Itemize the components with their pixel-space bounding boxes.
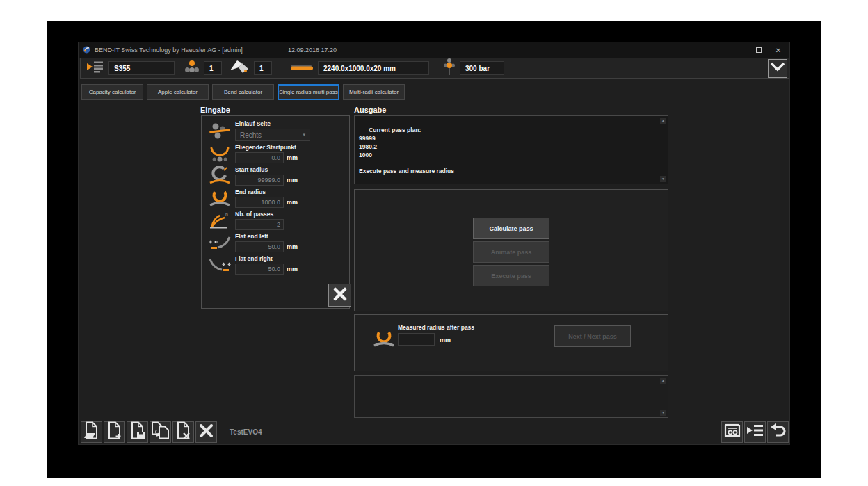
plate-icon	[290, 62, 314, 74]
einlauf-seite-icon	[204, 120, 235, 141]
measured-radius-unit: mm	[440, 337, 451, 343]
flat-end-left-icon	[204, 233, 235, 252]
animate-pass-button[interactable]: Animate pass	[473, 241, 549, 263]
close-window-button[interactable]: ✕	[774, 47, 782, 54]
scroll-down-arrow[interactable]: ▼	[660, 410, 666, 416]
start-radius-input[interactable]	[235, 175, 284, 186]
open-file-button[interactable]	[81, 421, 102, 443]
fliegender-startpunkt-input[interactable]	[235, 152, 284, 163]
plate-dimensions-field[interactable]: 2240.0x1000.0x20 mm	[318, 61, 429, 75]
scroll-up-arrow[interactable]: ▲	[660, 378, 666, 384]
field-label: Start radius	[235, 166, 344, 173]
form-row-einlauf-seite: Einlauf Seite Rechts ▾	[202, 120, 349, 143]
form-row-fliegender-startpunkt: Fliegender Startpunkt mm	[202, 143, 349, 165]
svg-text:n: n	[225, 212, 228, 217]
pass-list-icon	[746, 423, 764, 440]
tab-capacity-calculator[interactable]: Capacity calculator	[81, 84, 143, 100]
screen-background: BEND-IT Swiss Technology by Haeusler AG …	[47, 21, 821, 478]
tab-single-radius-multi-pass[interactable]: Single radius multi pass	[278, 84, 339, 100]
part-count-field[interactable]: 1	[254, 61, 272, 75]
field-label: Flat end right	[235, 255, 344, 262]
save-file-button[interactable]	[127, 421, 148, 443]
close-project-button[interactable]	[195, 421, 217, 443]
pass-actions-panel: Calculate pass Animate pass Execute pass	[354, 189, 668, 311]
einlauf-seite-select[interactable]: Rechts ▾	[235, 129, 310, 141]
scroll-up-arrow[interactable]: ▲	[660, 118, 666, 124]
material-field[interactable]: S355	[108, 61, 175, 75]
undo-icon	[770, 423, 786, 441]
bent-sheet-icon	[229, 59, 250, 77]
maximize-button[interactable]	[755, 47, 763, 54]
bottom-toolbar: TestEVO4	[81, 421, 789, 443]
eingabe-heading: Eingabe	[200, 106, 230, 114]
status-toolbar: S355 1 1 2240.0x1000.0x20 mm	[80, 58, 789, 79]
flat-end-left-input[interactable]	[235, 241, 284, 252]
measured-radius-icon	[373, 329, 395, 350]
pressure-field[interactable]: 300 bar	[460, 61, 504, 75]
scroll-down-arrow[interactable]: ▼	[660, 176, 666, 182]
form-row-flat-end-left: Flat end left mm	[202, 232, 349, 254]
undo-button[interactable]	[767, 421, 789, 443]
unit-label: mm	[287, 154, 298, 161]
pass-list-icon	[86, 60, 104, 76]
execute-pass-button[interactable]: Execute pass	[473, 265, 549, 286]
pass-plan-output[interactable]: Current pass plan: 99999 1980.2 1000 Exe…	[354, 115, 668, 184]
pressure-icon	[443, 58, 456, 79]
copy-file-button[interactable]	[150, 421, 171, 443]
machine-view-button[interactable]	[721, 421, 743, 443]
measured-radius-input[interactable]	[398, 333, 435, 346]
flat-end-right-input[interactable]	[235, 264, 284, 275]
app-window: BEND-IT Swiss Technology by Haeusler AG …	[78, 42, 790, 445]
machine-icon	[723, 423, 741, 441]
form-row-end-radius: End radius mm	[202, 188, 349, 210]
window-title: BEND-IT Swiss Technology by Haeusler AG …	[95, 47, 288, 54]
end-radius-input[interactable]	[235, 197, 284, 208]
field-label: Flat end left	[235, 233, 344, 240]
message-output-box[interactable]: ▲ ▼	[354, 375, 668, 418]
cancel-input-button[interactable]	[328, 284, 351, 307]
end-radius-icon	[204, 188, 235, 208]
minimize-button[interactable]: –	[735, 47, 744, 54]
flat-end-right-icon	[204, 255, 235, 275]
close-icon	[199, 423, 214, 441]
form-row-flat-end-right: Flat end right mm	[202, 254, 349, 277]
expand-toolbar-button[interactable]	[768, 59, 787, 78]
fliegender-startpunkt-icon	[204, 144, 235, 163]
ausgabe-heading: Ausgabe	[354, 106, 386, 114]
project-name: TestEVO4	[230, 428, 262, 436]
field-label: Fliegender Startpunkt	[235, 144, 344, 151]
form-row-start-radius: Start radius mm	[202, 165, 349, 188]
field-label: Nb. of passes	[235, 211, 344, 218]
field-label: End radius	[235, 188, 344, 195]
tab-multi-radii-calculator[interactable]: Multi-radii calculator	[343, 84, 405, 100]
open-file-icon	[83, 421, 99, 442]
copy-file-icon	[151, 421, 170, 442]
delete-file-button[interactable]	[172, 421, 194, 443]
new-file-button[interactable]	[104, 421, 125, 443]
eingabe-panel: Einlauf Seite Rechts ▾ Fliegender Startp…	[201, 115, 350, 309]
tab-bend-calculator[interactable]: Bend calculator	[212, 84, 274, 100]
titlebar: BEND-IT Swiss Technology by Haeusler AG …	[79, 42, 789, 58]
select-chevron-icon: ▾	[303, 132, 305, 138]
cancel-icon	[333, 287, 347, 304]
titlebar-datetime: 12.09.2018 17:20	[288, 47, 337, 54]
nb-passes-icon: n	[204, 211, 235, 230]
tool-count-field[interactable]: 1	[204, 61, 222, 75]
unit-label: mm	[287, 243, 298, 250]
output-text: Current pass plan: 99999 1980.2 1000 Exe…	[359, 127, 504, 184]
unit-label: mm	[287, 266, 298, 273]
delete-file-icon	[175, 421, 191, 442]
new-file-icon	[106, 421, 122, 442]
tab-apple-calculator[interactable]: Apple calculator	[147, 84, 209, 100]
maximize-icon	[756, 47, 762, 53]
form-row-nb-of-passes: n Nb. of passes	[202, 210, 349, 232]
measured-radius-panel: Measured radius after pass mm Next / Nex…	[354, 314, 668, 371]
nb-passes-input[interactable]	[235, 219, 284, 230]
next-pass-button[interactable]: Next / Next pass	[554, 325, 631, 347]
chevron-down-icon	[770, 62, 785, 74]
save-file-icon	[129, 421, 145, 442]
select-value: Rechts	[240, 131, 262, 139]
calculate-pass-button[interactable]: Calculate pass	[473, 218, 549, 239]
pass-list-button[interactable]	[744, 421, 766, 443]
unit-label: mm	[287, 199, 298, 206]
